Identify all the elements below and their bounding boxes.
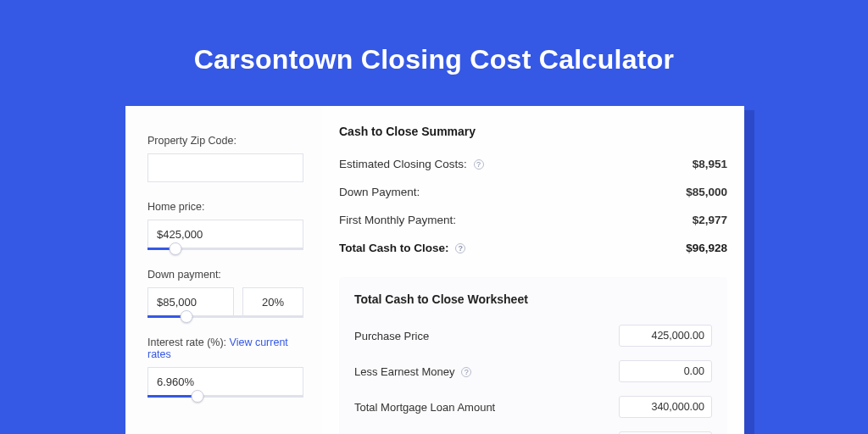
help-icon[interactable]: ? <box>474 159 484 170</box>
down-payment-label: Down payment: <box>147 269 303 281</box>
summary-row: Total Cash to Close: ?$96,928 <box>339 234 727 262</box>
slider-thumb[interactable] <box>191 390 203 403</box>
summary-heading: Cash to Close Summary <box>339 125 727 138</box>
worksheet-row-label: Purchase Price <box>354 330 429 342</box>
calculator-card: Property Zip Code: Home price: Down paym… <box>125 106 744 434</box>
field-down-payment: Down payment: <box>147 269 303 318</box>
worksheet-rows: Purchase PriceLess Earnest Money ?Total … <box>354 318 712 434</box>
slider-thumb[interactable] <box>181 310 193 323</box>
down-payment-percent-input[interactable] <box>242 287 303 316</box>
worksheet-row: Total Mortgage Loan Amount <box>354 389 712 425</box>
worksheet-row-input[interactable] <box>619 360 712 382</box>
worksheet-row-label: Total Mortgage Loan Amount <box>354 401 495 414</box>
down-payment-slider[interactable] <box>147 315 303 318</box>
worksheet-row-label: Less Earnest Money ? <box>354 365 471 378</box>
field-interest-rate: Interest rate (%): View current rates <box>147 337 303 398</box>
zip-input[interactable] <box>147 153 303 182</box>
worksheet-heading: Total Cash to Close Worksheet <box>354 292 712 306</box>
summary-row-value: $8,951 <box>693 158 727 170</box>
summary-row-label: Total Cash to Close: ? <box>339 242 465 254</box>
worksheet-row: Purchase Price <box>354 318 712 353</box>
home-price-label: Home price: <box>147 201 303 213</box>
summary-row: Estimated Closing Costs: ?$8,951 <box>339 150 727 178</box>
summary-panel: Cash to Close Summary Estimated Closing … <box>322 106 744 434</box>
summary-row-value: $96,928 <box>686 242 727 254</box>
summary-row-value: $85,000 <box>686 186 727 198</box>
slider-fill <box>147 395 198 398</box>
home-price-slider[interactable] <box>147 248 303 250</box>
worksheet-row-input[interactable] <box>619 325 712 347</box>
summary-row-label: First Monthly Payment: <box>339 214 456 226</box>
summary-row-value: $2,977 <box>693 214 727 226</box>
summary-rows: Estimated Closing Costs: ?$8,951Down Pay… <box>339 150 727 262</box>
interest-rate-label-text: Interest rate (%): <box>147 337 230 348</box>
field-home-price: Home price: <box>147 201 303 250</box>
worksheet-row-input[interactable] <box>619 396 712 418</box>
interest-rate-input[interactable] <box>147 367 303 396</box>
zip-label: Property Zip Code: <box>147 135 303 147</box>
summary-row: First Monthly Payment:$2,977 <box>339 206 727 234</box>
slider-thumb[interactable] <box>170 242 182 255</box>
worksheet-panel: Total Cash to Close Worksheet Purchase P… <box>339 277 727 434</box>
summary-row: Down Payment:$85,000 <box>339 178 727 206</box>
page-title: Carsontown Closing Cost Calculator <box>0 0 868 99</box>
summary-row-label: Down Payment: <box>339 186 420 198</box>
help-icon[interactable]: ? <box>455 243 465 253</box>
help-icon[interactable]: ? <box>461 367 471 377</box>
inputs-panel: Property Zip Code: Home price: Down paym… <box>125 106 322 434</box>
interest-rate-label: Interest rate (%): View current rates <box>147 337 303 360</box>
worksheet-row: Less Earnest Money ? <box>354 353 712 389</box>
interest-rate-slider[interactable] <box>147 395 303 398</box>
field-zip: Property Zip Code: <box>147 135 303 182</box>
worksheet-row: Total Second Mortgage Amount ? <box>354 425 712 434</box>
summary-row-label: Estimated Closing Costs: ? <box>339 158 484 170</box>
